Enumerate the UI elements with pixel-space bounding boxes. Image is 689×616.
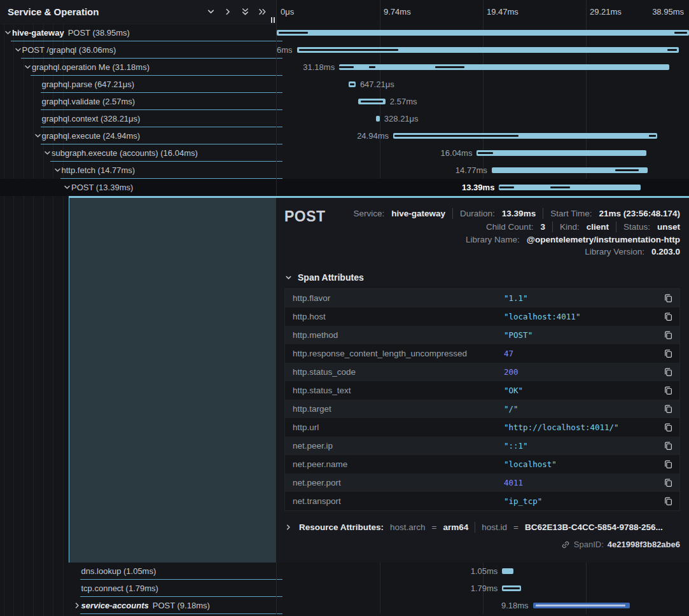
span-timeline-cell[interactable]: 31.18ms (277, 59, 689, 76)
span-name-cell[interactable]: graphql.validate (2.57ms) (0, 93, 277, 110)
span-operation-name: subgraph.execute (accounts) (16.04ms) (52, 148, 198, 158)
status-label: Status: (623, 222, 650, 232)
span-rows: hive-gatewayPOST (38.95ms)POST /graphql … (0, 24, 689, 196)
selected-span-detail-spacer (69, 198, 276, 563)
copy-icon[interactable] (657, 349, 679, 358)
span-timeline-cell[interactable]: 36.06ms (277, 41, 689, 59)
chevron-down-icon[interactable] (34, 132, 42, 140)
copy-icon[interactable] (657, 330, 679, 340)
span-timeline-cell[interactable]: 647.21μs (277, 76, 689, 93)
resource-attributes-accordion[interactable]: Resource Attributes: host.arch = arm64 h… (284, 522, 680, 533)
attribute-row: net.transport"ip_tcp" (285, 492, 679, 510)
copy-icon[interactable] (657, 441, 679, 451)
span-attributes-accordion[interactable]: Span Attributes (284, 272, 680, 283)
span-name-cell[interactable]: hive-gatewayPOST (38.95ms) (0, 24, 277, 41)
chevron-down-icon[interactable] (24, 63, 32, 71)
span-duration-bar[interactable] (533, 603, 630, 608)
column-resize-handle[interactable] (271, 17, 275, 23)
span-timeline-cell[interactable]: 9.18ms (277, 597, 689, 614)
span-timeline-cell[interactable]: 14.77ms (277, 162, 689, 179)
copy-icon[interactable] (657, 404, 679, 414)
copy-icon[interactable] (657, 423, 679, 432)
span-name-cell[interactable]: graphql.parse (647.21μs) (0, 76, 277, 93)
child-span-mark (339, 66, 354, 68)
span-timeline-cell[interactable]: 1.79ms (277, 580, 689, 597)
span-detail-panel: POST Service: hive-gateway Duration: 13.… (276, 198, 689, 563)
tick-4: 38.95ms (652, 7, 684, 17)
attribute-key: http.status_code (285, 367, 504, 377)
chevron-down-icon[interactable] (43, 149, 52, 157)
span-name-cell[interactable]: POST (13.39ms) (0, 179, 277, 196)
chevron-down-icon[interactable] (4, 29, 12, 37)
copy-icon[interactable] (657, 293, 679, 303)
span-timeline-cell[interactable]: 13.39ms (277, 179, 689, 196)
attribute-key: net.transport (285, 496, 504, 506)
span-name-cell[interactable]: service-accountsPOST (9.18ms) (0, 597, 277, 614)
chevron-down-icon[interactable] (14, 46, 22, 54)
span-name-cell[interactable]: POST /graphql (36.06ms) (0, 41, 277, 59)
attribute-row: http.host"localhost:4011" (285, 307, 679, 326)
expand-one-icon[interactable] (219, 3, 237, 20)
span-duration-bar[interactable] (492, 167, 648, 173)
copy-icon[interactable] (657, 312, 679, 321)
span-duration-bar[interactable] (358, 99, 386, 104)
chevron-down-icon[interactable] (63, 183, 71, 192)
span-timeline-cell[interactable]: 2.57ms (277, 93, 689, 110)
span-timeline-cell[interactable] (277, 24, 689, 41)
child-span-mark (394, 135, 518, 137)
span-duration-bar[interactable] (339, 64, 669, 70)
copy-icon[interactable] (657, 478, 679, 487)
timeline-ruler: 0μs 9.74ms 19.47ms 29.21ms 38.95ms (277, 0, 689, 24)
collapse-all-icon[interactable] (237, 3, 254, 20)
collapse-one-icon[interactable] (202, 3, 219, 20)
resource-attributes-title: Resource Attributes: (299, 522, 384, 532)
chevron-down-icon[interactable] (53, 166, 62, 174)
equals-sign: = (432, 522, 437, 532)
span-duration-bar[interactable] (297, 47, 679, 53)
child-span-mark (649, 135, 655, 137)
tick-0: 0μs (281, 7, 294, 17)
span-row: graphql.operation Me (31.18ms)31.18ms (0, 59, 689, 76)
child-span-mark (435, 66, 465, 68)
span-timeline-cell[interactable]: 16.04ms (277, 144, 689, 162)
span-duration-bar[interactable] (502, 568, 513, 574)
span-id-label: SpanID: (574, 540, 604, 549)
attribute-value: "http://localhost:4011/" (504, 423, 657, 432)
span-timeline-cell[interactable]: 1.05ms (277, 563, 689, 580)
link-icon[interactable] (561, 540, 570, 549)
span-operation-name: dns.lookup (1.05ms) (81, 566, 157, 576)
copy-icon[interactable] (657, 386, 679, 395)
span-operation-name: graphql.parse (647.21μs) (42, 80, 135, 89)
span-name-cell[interactable]: graphql.execute (24.94ms) (0, 127, 277, 144)
span-operation-name: tcp.connect (1.79ms) (81, 584, 158, 593)
span-name-cell[interactable]: dns.lookup (1.05ms) (0, 563, 277, 580)
span-duration-bar[interactable] (499, 185, 641, 190)
span-name-cell[interactable]: subgraph.execute (accounts) (16.04ms) (0, 144, 277, 162)
expand-all-icon[interactable] (254, 3, 271, 20)
span-duration-label: 9.18ms (501, 601, 529, 610)
copy-icon[interactable] (657, 496, 679, 506)
span-duration-bar[interactable] (277, 30, 689, 36)
span-operation-name: http.fetch (14.77ms) (62, 165, 136, 175)
span-timeline-cell[interactable]: 328.21μs (277, 110, 689, 127)
span-duration-bar[interactable] (376, 116, 379, 122)
span-duration-bar[interactable] (502, 585, 521, 591)
duration-value: 13.39ms (502, 209, 536, 218)
span-duration-bar[interactable] (393, 133, 657, 139)
copy-icon[interactable] (657, 367, 679, 377)
span-duration-bar[interactable] (477, 150, 646, 156)
span-name-cell[interactable]: graphql.operation Me (31.18ms) (0, 59, 277, 76)
span-name-cell[interactable]: tcp.connect (1.79ms) (0, 580, 277, 597)
chevron-right-icon[interactable] (73, 601, 81, 610)
span-duration-label: 13.39ms (462, 183, 494, 192)
copy-icon[interactable] (657, 459, 679, 469)
span-name-cell[interactable]: graphql.context (328.21μs) (0, 110, 277, 127)
span-id-value[interactable]: 4e21998f3b82abe6 (608, 540, 680, 549)
start-time-label: Start Time: (550, 209, 592, 218)
attribute-key: net.peer.ip (285, 441, 504, 451)
span-name-cell[interactable]: http.fetch (14.77ms) (0, 162, 277, 179)
span-timeline-cell[interactable]: 24.94ms (277, 127, 689, 144)
span-duration-label: 2.57ms (390, 97, 417, 106)
child-count-label: Child Count: (486, 222, 533, 232)
span-duration-bar[interactable] (349, 81, 356, 87)
